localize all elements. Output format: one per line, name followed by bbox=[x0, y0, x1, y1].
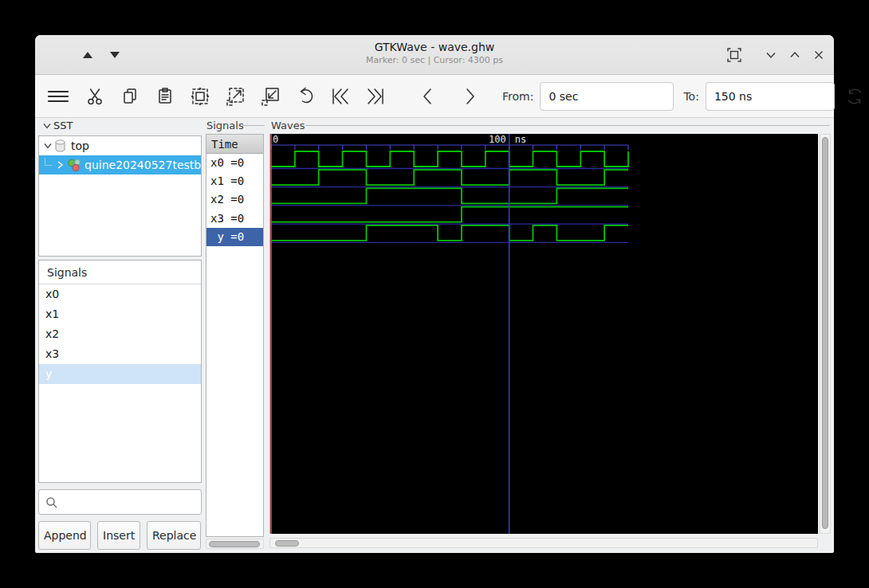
sst-expander[interactable]: SST bbox=[41, 120, 73, 131]
toolbar: From: To: bbox=[35, 75, 834, 118]
reload-icon[interactable] bbox=[844, 86, 865, 107]
trace-row-x3[interactable]: x3 =0 bbox=[206, 210, 263, 228]
sst-label: SST bbox=[53, 120, 73, 131]
minimize-icon[interactable] bbox=[762, 46, 780, 64]
trace-frame-line bbox=[242, 125, 265, 126]
title-block: GTKWave - wave.ghw Marker: 0 sec | Curso… bbox=[35, 40, 834, 66]
waves-hscrollbar[interactable] bbox=[269, 538, 818, 548]
undo-icon[interactable] bbox=[295, 86, 316, 107]
list-item-y[interactable]: y bbox=[39, 364, 201, 384]
fit-window-icon[interactable] bbox=[725, 46, 743, 64]
svg-text:0: 0 bbox=[273, 134, 278, 145]
trace-row-x0[interactable]: x0 =0 bbox=[206, 154, 263, 172]
from-label: From: bbox=[502, 90, 533, 103]
signal-list-panel: Signals x0 x1 x2 x3 y bbox=[38, 260, 202, 483]
list-item-x0[interactable]: x0 bbox=[39, 284, 201, 304]
trace-panel-label: Signals bbox=[206, 120, 244, 131]
tree-connector bbox=[45, 159, 52, 166]
sst-tree: top quine20240527testbench bbox=[38, 135, 202, 257]
wave-canvas[interactable]: 0100ns bbox=[269, 134, 818, 534]
tree-item-top[interactable]: top bbox=[39, 136, 201, 155]
to-input[interactable] bbox=[706, 82, 835, 111]
cut-icon[interactable] bbox=[85, 86, 105, 107]
copy-icon[interactable] bbox=[120, 86, 140, 107]
list-item-x1[interactable]: x1 bbox=[39, 304, 201, 324]
zoom-fit-icon[interactable] bbox=[190, 86, 210, 107]
chevron-down-icon bbox=[41, 120, 53, 131]
replace-button[interactable]: Replace bbox=[147, 521, 201, 550]
expander-open-icon[interactable] bbox=[39, 139, 53, 153]
insert-button[interactable]: Insert bbox=[97, 521, 140, 550]
window-title: GTKWave - wave.ghw bbox=[35, 40, 834, 54]
marker-cursor-status: Marker: 0 sec | Cursor: 4300 ps bbox=[35, 54, 834, 66]
search-input[interactable] bbox=[61, 492, 197, 512]
list-item-x3[interactable]: x3 bbox=[39, 344, 201, 364]
component-icon bbox=[67, 158, 81, 172]
trace-panel-hscrollbar[interactable] bbox=[206, 539, 264, 549]
search-box bbox=[38, 489, 202, 515]
trace-row-y[interactable]: y =0 bbox=[206, 228, 263, 246]
search-icon bbox=[45, 496, 58, 509]
module-icon bbox=[53, 139, 68, 153]
svg-text:100: 100 bbox=[489, 134, 506, 145]
append-button[interactable]: Append bbox=[38, 521, 91, 550]
step-back-icon[interactable] bbox=[418, 86, 438, 107]
signal-list-header: Signals bbox=[39, 261, 201, 284]
action-buttons: Append Insert Replace bbox=[38, 521, 206, 550]
tree-item-quine[interactable]: quine20240527testbench bbox=[39, 155, 201, 174]
time-header[interactable]: Time bbox=[206, 135, 263, 154]
waves-panel-label: Waves bbox=[271, 120, 305, 131]
close-icon[interactable] bbox=[810, 46, 828, 64]
titlebar: GTKWave - wave.ghw Marker: 0 sec | Curso… bbox=[35, 35, 834, 75]
list-item-x2[interactable]: x2 bbox=[39, 324, 201, 344]
skip-to-start-icon[interactable] bbox=[330, 86, 351, 107]
zoom-out-icon[interactable] bbox=[260, 86, 281, 107]
maximize-icon[interactable] bbox=[786, 46, 804, 64]
expander-closed-icon[interactable] bbox=[53, 158, 67, 172]
svg-text:ns: ns bbox=[515, 134, 526, 145]
trace-panel: Time x0 =0 x1 =0 x2 =0 x3 =0 y =0 bbox=[206, 134, 264, 537]
step-forward-icon[interactable] bbox=[459, 86, 480, 107]
from-input[interactable] bbox=[540, 82, 674, 111]
gtkwave-window: GTKWave - wave.ghw Marker: 0 sec | Curso… bbox=[35, 35, 834, 553]
waves-vscrollbar-thumb[interactable] bbox=[822, 137, 828, 529]
trace-row-x1[interactable]: x1 =0 bbox=[206, 172, 263, 190]
waves-vscrollbar[interactable] bbox=[820, 134, 831, 534]
menu-icon[interactable] bbox=[46, 86, 70, 107]
to-label: To: bbox=[683, 90, 698, 103]
zoom-in-icon[interactable] bbox=[225, 86, 246, 107]
trace-row-x2[interactable]: x2 =0 bbox=[206, 190, 263, 209]
waves-frame-line bbox=[305, 125, 829, 126]
trace-panel-hscrollbar-thumb[interactable] bbox=[209, 541, 260, 547]
paste-icon[interactable] bbox=[155, 86, 175, 107]
tree-item-label: top bbox=[71, 139, 89, 152]
waves-hscrollbar-thumb[interactable] bbox=[275, 540, 299, 547]
skip-to-end-icon[interactable] bbox=[365, 86, 386, 107]
tree-item-label: quine20240527testbench bbox=[85, 159, 202, 171]
